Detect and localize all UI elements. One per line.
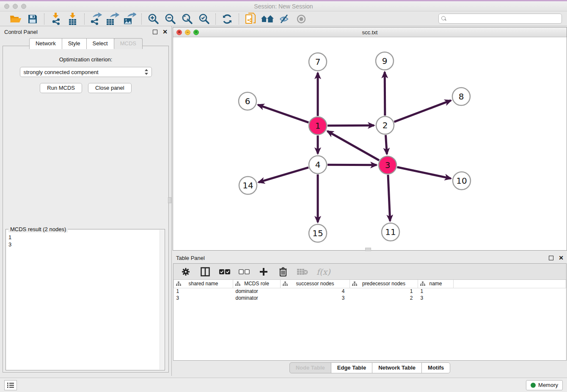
- tab-style[interactable]: Style: [62, 38, 87, 49]
- table-cell[interactable]: 1: [350, 288, 418, 295]
- show-panel-icon: [294, 13, 308, 25]
- tab-node-table[interactable]: Node Table: [289, 362, 331, 373]
- table-cell[interactable]: 2: [350, 295, 418, 301]
- sitemap-icon: [420, 282, 425, 287]
- column-header-shared-name[interactable]: shared name: [174, 280, 233, 288]
- memory-button[interactable]: Memory: [526, 380, 563, 390]
- edge-2-9[interactable]: [385, 72, 385, 116]
- table-cell[interactable]: 3: [174, 295, 233, 301]
- deselect-all-icon[interactable]: [239, 266, 250, 277]
- export-image-icon[interactable]: [123, 13, 137, 25]
- table-cell[interactable]: 1: [174, 288, 233, 295]
- close-panel-icon[interactable]: ✕: [162, 29, 168, 35]
- optimization-select[interactable]: strongly connected component: [20, 67, 152, 77]
- graph-node-8[interactable]: 8: [452, 88, 470, 105]
- edge-1-6[interactable]: [258, 105, 309, 123]
- graph-node-3[interactable]: 3: [379, 156, 396, 174]
- graph-node-4[interactable]: 4: [309, 156, 327, 174]
- graph-node-11[interactable]: 11: [382, 223, 399, 241]
- table-cell[interactable]: dominator: [233, 288, 281, 295]
- search-input[interactable]: [438, 14, 562, 24]
- network-maximize-icon[interactable]: +: [193, 30, 199, 35]
- tab-motifs[interactable]: Motifs: [421, 362, 450, 373]
- column-header-name[interactable]: name: [418, 280, 454, 288]
- edge-1-2[interactable]: [328, 125, 374, 126]
- network-splitter-handle[interactable]: [365, 248, 371, 251]
- table-row[interactable]: 3dominator323: [174, 295, 566, 301]
- edge-3-10[interactable]: [397, 167, 451, 179]
- zoom-selected-icon[interactable]: [197, 13, 211, 25]
- graph-node-15[interactable]: 15: [309, 224, 327, 242]
- svg-text:14: 14: [242, 180, 253, 190]
- close-table-panel-icon[interactable]: ✕: [559, 255, 564, 261]
- float-panel-icon[interactable]: [153, 30, 157, 34]
- edge-3-1[interactable]: [328, 131, 379, 160]
- optimization-value: strongly connected component: [24, 69, 99, 75]
- duplicate-network-icon[interactable]: [243, 13, 258, 25]
- home-icon[interactable]: [260, 13, 275, 25]
- column-header-successor-nodes[interactable]: successor nodes: [281, 280, 350, 288]
- graph-node-14[interactable]: 14: [239, 177, 257, 194]
- column-header-MCDS-role[interactable]: MCDS role: [233, 280, 281, 288]
- splitter-handle[interactable]: [168, 197, 171, 203]
- edge-2-8[interactable]: [394, 100, 451, 122]
- split-view-icon[interactable]: [200, 266, 211, 277]
- table-cell[interactable]: 3: [281, 295, 350, 301]
- add-column-icon[interactable]: [258, 266, 269, 277]
- table-cell[interactable]: 4: [281, 288, 350, 295]
- table-panel-header: Table Panel ✕: [173, 252, 567, 263]
- save-session-icon[interactable]: [25, 13, 40, 25]
- graph-node-1[interactable]: 1: [309, 117, 327, 135]
- open-session-icon[interactable]: [8, 13, 23, 25]
- svg-text:8: 8: [459, 91, 464, 102]
- mcds-result-text[interactable]: 13: [8, 234, 160, 369]
- task-history-button[interactable]: [4, 380, 17, 390]
- table-tabs: Node TableEdge TableNetwork TableMotifs: [173, 362, 567, 373]
- export-network-icon[interactable]: [89, 13, 103, 25]
- float-table-panel-icon[interactable]: [549, 256, 553, 260]
- graph-node-7[interactable]: 7: [309, 53, 327, 71]
- tab-network-table[interactable]: Network Table: [372, 362, 422, 373]
- memory-status-icon: [531, 383, 536, 388]
- edge-4-14[interactable]: [259, 168, 308, 182]
- apply-layout-icon[interactable]: [220, 13, 234, 25]
- table-cell[interactable]: 3: [418, 295, 454, 301]
- graph-node-9[interactable]: 9: [376, 52, 394, 70]
- settings-icon[interactable]: [180, 266, 191, 277]
- run-mcds-button[interactable]: Run MCDS: [40, 83, 82, 93]
- network-window-titlebar[interactable]: scc.txt ✕ − +: [173, 28, 567, 37]
- table-cell[interactable]: dominator: [233, 295, 281, 301]
- import-network-icon[interactable]: [49, 13, 63, 25]
- hide-panel-icon[interactable]: [277, 13, 292, 25]
- edge-2-3[interactable]: [385, 135, 387, 154]
- delete-column-icon[interactable]: [278, 266, 289, 277]
- column-header-predecessor-nodes[interactable]: predecessor nodes: [350, 280, 418, 288]
- tab-select[interactable]: Select: [86, 38, 114, 49]
- close-panel-button[interactable]: Close panel: [88, 83, 132, 93]
- graph-node-6[interactable]: 6: [239, 92, 256, 110]
- network-minimize-icon[interactable]: −: [185, 30, 190, 35]
- zoom-out-icon[interactable]: [163, 13, 177, 25]
- graph-node-10[interactable]: 10: [453, 172, 471, 190]
- tab-mcds[interactable]: MCDS: [114, 38, 143, 49]
- export-table-icon[interactable]: [106, 13, 120, 25]
- edge-4-3[interactable]: [328, 165, 377, 165]
- network-canvas[interactable]: 7968124314101511: [173, 37, 567, 250]
- result-scrollbar[interactable]: [160, 230, 164, 370]
- zoom-fit-icon[interactable]: [180, 13, 194, 25]
- control-panel: Control Panel ✕ NetworkStyleSelectMCDS O…: [0, 26, 172, 376]
- import-table-icon[interactable]: [66, 13, 80, 25]
- table-row[interactable]: 1dominator411: [174, 288, 566, 295]
- table-cell[interactable]: 1: [418, 288, 454, 295]
- svg-text:15: 15: [312, 228, 323, 238]
- edge-3-11[interactable]: [388, 175, 390, 221]
- network-close-icon[interactable]: ✕: [176, 30, 182, 35]
- select-all-icon[interactable]: [219, 266, 230, 277]
- node-table[interactable]: shared nameMCDS rolesuccessor nodesprede…: [173, 280, 566, 301]
- zoom-in-icon[interactable]: [146, 13, 160, 25]
- mcds-result-title: MCDS result (2 nodes): [8, 226, 68, 232]
- graph-node-2[interactable]: 2: [376, 116, 394, 134]
- tab-network[interactable]: Network: [29, 38, 62, 49]
- tab-edge-table[interactable]: Edge Table: [331, 362, 372, 373]
- network-graph[interactable]: 7968124314101511: [173, 37, 567, 250]
